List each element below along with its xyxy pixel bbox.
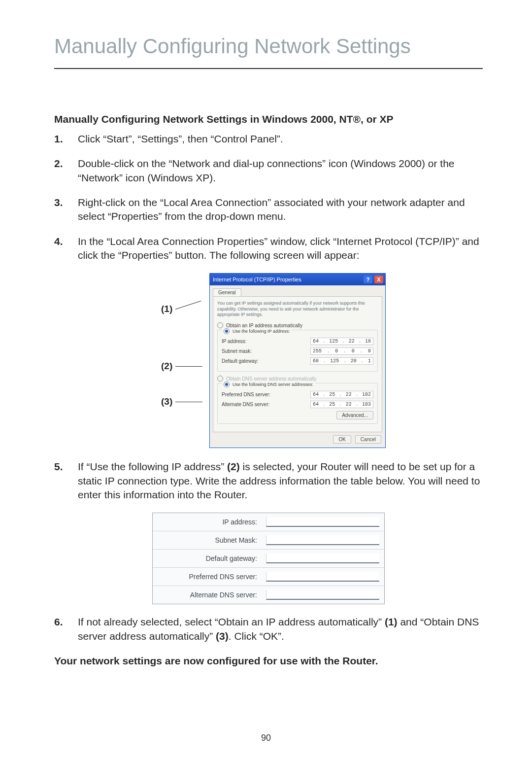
step-num: 3. <box>54 196 68 224</box>
ip-octet: 103 <box>362 402 371 407</box>
help-icon[interactable]: ? <box>364 276 372 283</box>
ip-octet: 22 <box>349 339 355 344</box>
ip-octet: 102 <box>362 392 371 397</box>
table-label: Default gateway: <box>153 550 263 567</box>
radio-label: Obtain an IP address automatically <box>226 323 302 328</box>
step-5: 5. If “Use the following IP address” (2)… <box>54 460 483 502</box>
ip-octet: 68 <box>313 358 319 364</box>
radio-label: Use the following DNS server addresses: <box>233 382 313 387</box>
table-row: Default gateway: <box>153 550 384 568</box>
callout-label: (1) <box>161 304 172 314</box>
gateway-input[interactable]: 68. 125. 20. 1 <box>310 357 373 365</box>
table-row: Alternate DNS server: <box>153 586 384 604</box>
preferred-dns-input[interactable]: 64. 25. 22. 102 <box>310 391 373 398</box>
blank-address-table: IP address: Subnet Mask: Default gateway… <box>152 513 385 604</box>
dialog-title: Internet Protocol (TCP/IP) Properties <box>213 276 301 282</box>
table-label: Subnet Mask: <box>153 531 263 549</box>
ip-octet: 64 <box>313 402 319 407</box>
advanced-button[interactable]: Advanced... <box>336 411 373 419</box>
table-blank-field[interactable] <box>266 572 379 582</box>
closing-note: Your network settings are now configured… <box>54 654 483 668</box>
dialog-figure: (1) (2) (3) Internet Protocol (TCP/IP) P… <box>54 273 483 448</box>
callout-2: (2) <box>161 361 202 372</box>
page-title: Manually Configuring Network Settings <box>54 35 483 58</box>
text-bold: (3) <box>216 630 229 642</box>
dialog-titlebar: Internet Protocol (TCP/IP) Properties ? … <box>210 274 385 285</box>
field-label: Subnet mask: <box>222 348 252 354</box>
step-num: 5. <box>54 460 68 502</box>
ip-octet: 22 <box>346 392 352 397</box>
field-label: Preferred DNS server: <box>222 392 270 397</box>
ip-octet: 0 <box>352 348 355 354</box>
table-blank-field[interactable] <box>266 517 379 527</box>
ip-octet: 1 <box>368 358 371 364</box>
ip-octet: 20 <box>351 358 357 364</box>
step-list-cont: 5. If “Use the following IP address” (2)… <box>54 460 483 502</box>
ip-octet: 0 <box>368 348 371 354</box>
callout-label: (3) <box>161 396 172 407</box>
radio-obtain-ip[interactable]: Obtain an IP address automatically <box>217 322 378 328</box>
radio-use-dns[interactable]: Use the following DNS server addresses: <box>222 381 315 387</box>
step-6: 6. If not already selected, select “Obta… <box>54 615 483 643</box>
ip-address-input[interactable]: 64. 125. 22. 18 <box>310 338 373 345</box>
step-text: If “Use the following IP address” (2) is… <box>78 460 483 502</box>
radio-label: Obtain DNS server address automatically <box>226 376 316 381</box>
field-label: Default gateway: <box>222 358 259 364</box>
rule <box>54 68 483 69</box>
step-1: 1. Click “Start”, “Settings”, then “Cont… <box>54 132 483 146</box>
radio-use-ip[interactable]: Use the following IP address: <box>222 328 292 334</box>
table-label: Alternate DNS server: <box>153 586 263 604</box>
radio-obtain-dns: Obtain DNS server address automatically <box>217 376 378 381</box>
step-list-cont2: 6. If not already selected, select “Obta… <box>54 615 483 643</box>
step-text: In the “Local Area Connection Properties… <box>78 235 483 263</box>
row-pref-dns: Preferred DNS server: 64. 25. 22. 102 <box>222 391 373 398</box>
radio-icon <box>224 328 230 334</box>
dialog-footer: OK Cancel <box>210 435 385 448</box>
step-text: If not already selected, select “Obtain … <box>78 615 483 643</box>
row-gateway: Default gateway: 68. 125. 20. 1 <box>222 357 373 365</box>
table-blank-field[interactable] <box>266 553 379 563</box>
step-num: 6. <box>54 615 68 643</box>
dialog-description: You can get IP settings assigned automat… <box>217 301 378 317</box>
step-num: 1. <box>54 132 68 146</box>
table-blank-field[interactable] <box>266 590 379 600</box>
text-bold: (2) <box>227 461 240 472</box>
ip-octet: 64 <box>313 339 319 344</box>
text-bold: (1) <box>385 616 398 627</box>
ip-octet: 25 <box>329 392 335 397</box>
callout-line-icon <box>175 366 202 367</box>
row-alt-dns: Alternate DNS server: 64. 25. 22. 103 <box>222 401 373 408</box>
callouts: (1) (2) (3) <box>151 273 200 446</box>
ip-octet: 22 <box>346 402 352 407</box>
text: . Click “OK”. <box>229 630 284 642</box>
group-dns: Use the following DNS server addresses: … <box>217 383 378 424</box>
step-4: 4. In the “Local Area Connection Propert… <box>54 235 483 263</box>
close-icon[interactable]: X <box>374 276 383 283</box>
field-label: IP address: <box>222 339 246 344</box>
callout-line-icon <box>175 402 202 402</box>
callout-1: (1) <box>161 304 202 314</box>
cancel-button[interactable]: Cancel <box>355 435 381 444</box>
table-row: IP address: <box>153 513 384 531</box>
ip-octet: 255 <box>313 348 322 354</box>
table-label: IP address: <box>153 513 263 531</box>
table-label: Preferred DNS server: <box>153 568 263 586</box>
ip-octet: 125 <box>329 339 338 344</box>
table-blank-field[interactable] <box>266 535 379 545</box>
tab-general[interactable]: General <box>213 288 241 296</box>
alternate-dns-input[interactable]: 64. 25. 22. 103 <box>310 401 373 408</box>
callout-line-icon <box>175 301 201 310</box>
step-list: 1. Click “Start”, “Settings”, then “Cont… <box>54 132 483 262</box>
group-ip: Use the following IP address: IP address… <box>217 330 378 372</box>
step-text: Click “Start”, “Settings”, then “Control… <box>78 132 483 146</box>
callout-label: (2) <box>161 361 172 372</box>
table-row: Subnet Mask: <box>153 531 384 550</box>
step-text: Right-click on the “Local Area Connectio… <box>78 196 483 224</box>
section-heading: Manually Configuring Network Settings in… <box>54 113 483 125</box>
tab-strip: General <box>210 285 385 296</box>
tcpip-dialog: Internet Protocol (TCP/IP) Properties ? … <box>209 273 386 448</box>
subnet-mask-input[interactable]: 255. 0. 0. 0 <box>310 347 373 355</box>
radio-icon <box>217 376 223 381</box>
radio-label: Use the following IP address: <box>233 329 290 334</box>
ok-button[interactable]: OK <box>333 435 351 444</box>
